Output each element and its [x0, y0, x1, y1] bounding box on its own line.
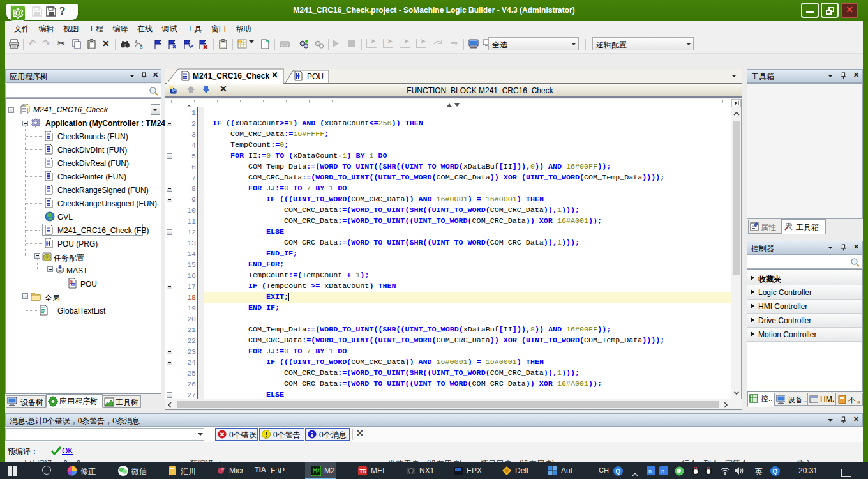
svg-text:T5: T5: [359, 468, 366, 475]
svg-text:n: n: [661, 468, 664, 475]
svg-text:A: A: [135, 40, 138, 44]
svg-text:Q: Q: [616, 468, 621, 475]
svg-text:Q: Q: [773, 468, 778, 475]
svg-text:B: B: [140, 45, 143, 49]
svg-text:n: n: [648, 468, 652, 475]
